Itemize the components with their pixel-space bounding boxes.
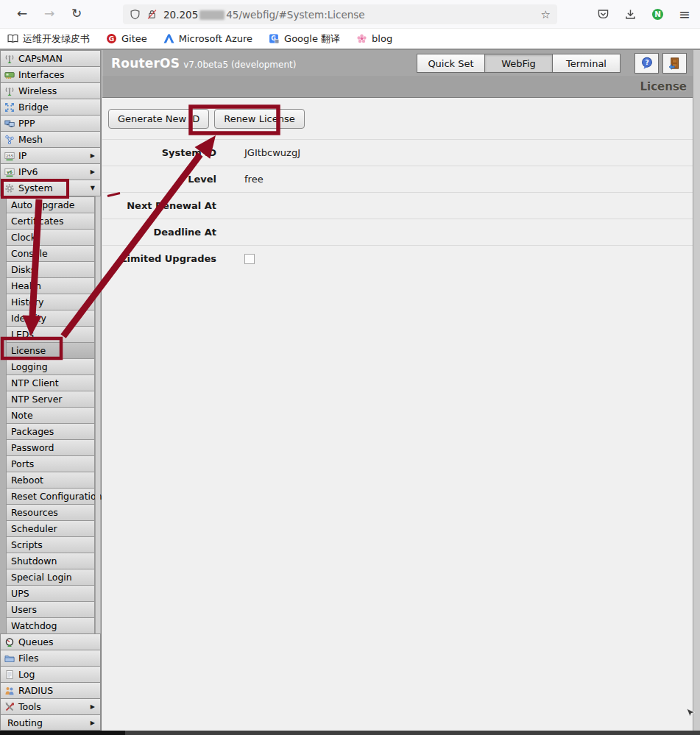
sidebar-item-label: Tools — [18, 701, 41, 712]
sidebar-subitem-console[interactable]: Console — [6, 245, 95, 261]
sidebar-subitem-reboot[interactable]: Reboot — [6, 472, 95, 488]
sidebar-subitem-license[interactable]: License — [6, 342, 95, 358]
sidebar-item-mesh[interactable]: Mesh — [0, 131, 101, 147]
sidebar-item-radius[interactable]: RADIUS — [0, 682, 101, 698]
browser-toolbar: ← → ↻ 20.20545/webfig/#System:License ☆ … — [0, 0, 700, 28]
sidebar-subitem-logging[interactable]: Logging — [6, 358, 95, 374]
sidebar-subitem-watchdog[interactable]: Watchdog — [6, 617, 95, 633]
bookmark-azure[interactable]: Microsoft Azure — [163, 33, 252, 44]
sidebar-subitem-packages[interactable]: Packages — [6, 423, 95, 439]
bookmark-label: 运维开发绿皮书 — [23, 32, 90, 46]
sidebar-item-routing[interactable]: Routing▶ — [0, 714, 101, 731]
field-label: System ID — [102, 147, 216, 158]
sidebar-item-label: Certificates — [11, 216, 63, 227]
sidebar-item-tools[interactable]: Tools▶ — [0, 698, 101, 714]
sidebar-subitem-reset-configuration[interactable]: Reset Configuration — [6, 488, 95, 504]
help-button[interactable] — [634, 53, 659, 74]
sidebar-subitem-scheduler[interactable]: Scheduler — [6, 520, 95, 536]
sidebar-subitem-auto-upgrade[interactable]: Auto Upgrade — [6, 196, 95, 213]
sidebar-item-log[interactable]: Log — [0, 666, 101, 682]
sidebar-item-label: Bridge — [18, 102, 49, 113]
form-row-next-renewal-at: Next Renewal At — [102, 192, 693, 219]
sidebar-item-label: Queues — [18, 636, 54, 647]
logout-button[interactable] — [662, 53, 687, 74]
sidebar-item-label: Note — [11, 410, 33, 421]
sidebar-item-label: Mesh — [18, 134, 43, 145]
shield-icon[interactable] — [130, 9, 141, 20]
sidebar-subitem-resources[interactable]: Resources — [6, 504, 95, 520]
sidebar-subitem-leds[interactable]: LEDs — [6, 326, 95, 342]
bridge-icon — [4, 102, 15, 113]
reload-button[interactable]: ↻ — [68, 6, 85, 21]
sidebar-subitem-certificates[interactable]: Certificates — [6, 213, 95, 229]
book-icon — [7, 33, 18, 44]
sidebar-item-ip[interactable]: IP▶ — [0, 147, 101, 163]
routeros-brand: RouterOSv7.0beta5 (development) — [111, 56, 296, 71]
menu-icon[interactable]: ≡ — [676, 6, 693, 22]
page-title-bar: License — [102, 76, 693, 98]
horizontal-scrollbar[interactable] — [0, 731, 700, 735]
renew-license-button[interactable]: Renew License — [214, 109, 304, 129]
sidebar-item-queues[interactable]: Queues — [0, 633, 101, 650]
limited-upgrades-checkbox[interactable] — [244, 254, 255, 264]
sidebar-subitem-ntp-client[interactable]: NTP Client — [6, 374, 95, 391]
bookmark-blog[interactable]: blog — [356, 33, 392, 44]
url-redacted-blur — [199, 10, 225, 20]
bookmark-label: Google 翻译 — [284, 32, 340, 46]
sidebar-subitem-users[interactable]: Users — [6, 601, 95, 617]
sidebar-subitem-password[interactable]: Password — [6, 439, 95, 455]
address-bar[interactable]: 20.20545/webfig/#System:License ☆ — [123, 4, 557, 24]
page-scrollbar[interactable] — [693, 50, 700, 735]
interface-card-icon — [4, 70, 15, 80]
pocket-icon[interactable] — [595, 6, 611, 22]
webfig-header: RouterOSv7.0beta5 (development) Quick Se… — [102, 50, 693, 76]
sidebar-item-label: Shutdown — [11, 555, 57, 567]
field-label: Level — [102, 174, 216, 185]
sidebar-item-interfaces[interactable]: Interfaces — [0, 66, 101, 82]
sidebar-subitem-scripts[interactable]: Scripts — [6, 536, 95, 553]
sidebar-subitem-history[interactable]: History — [6, 294, 95, 310]
sidebar-item-bridge[interactable]: Bridge — [0, 99, 101, 115]
bookmark-google-translate[interactable]: Google 翻译 — [269, 32, 340, 46]
sidebar-subitem-health[interactable]: Health — [6, 277, 95, 294]
sidebar-subitem-note[interactable]: Note — [6, 407, 95, 423]
field-label: Deadline At — [102, 227, 216, 238]
sidebar-item-capsman[interactable]: CAPsMAN — [0, 50, 101, 66]
bookmark-gitee[interactable]: Gitee — [106, 33, 147, 44]
insecure-lock-icon[interactable] — [146, 9, 158, 20]
sidebar-item-label: PPP — [18, 118, 35, 129]
sidebar-item-label: Packages — [11, 426, 54, 437]
sidebar-item-label: Resources — [11, 507, 58, 518]
sidebar-item-label: Reboot — [11, 475, 43, 486]
forward-button[interactable]: → — [40, 6, 58, 21]
submenu-scrollbar[interactable] — [95, 196, 100, 633]
extension-n-icon[interactable] — [649, 6, 665, 22]
sidebar-item-ppp[interactable]: PPP — [0, 115, 101, 131]
sidebar-subitem-identity[interactable]: Identity — [6, 310, 95, 326]
sidebar-item-system[interactable]: System▼ — [0, 180, 101, 196]
sidebar-item-files[interactable]: Files — [0, 650, 101, 666]
antenna-icon — [4, 86, 15, 96]
quick-set-button[interactable]: Quick Set — [417, 54, 485, 73]
sidebar-subitem-ups[interactable]: UPS — [6, 585, 95, 601]
sidebar-subitem-special-login[interactable]: Special Login — [6, 569, 95, 585]
webfig-tab-button[interactable]: WebFig — [484, 54, 553, 73]
sidebar-subitem-clock[interactable]: Clock — [6, 229, 95, 245]
sidebar-subitem-shutdown[interactable]: Shutdown — [6, 553, 95, 569]
bookmark-star-icon[interactable]: ☆ — [541, 8, 551, 21]
folder-icon — [4, 653, 15, 664]
sidebar-subitem-disks[interactable]: Disks — [6, 261, 95, 277]
terminal-button[interactable]: Terminal — [552, 54, 621, 73]
sidebar-subitem-ports[interactable]: Ports — [6, 455, 95, 472]
sidebar-item-label: NTP Server — [11, 394, 63, 405]
download-icon[interactable] — [622, 6, 638, 22]
sidebar-subitem-ntp-server[interactable]: NTP Server — [6, 391, 95, 407]
sidebar-item-wireless[interactable]: Wireless — [0, 82, 101, 99]
back-button[interactable]: ← — [13, 6, 31, 21]
chevron-down-icon: ▼ — [91, 185, 95, 191]
horizontal-scrollbar-thumb[interactable] — [0, 731, 125, 735]
bookmark-green-book[interactable]: 运维开发绿皮书 — [7, 32, 90, 46]
azure-icon — [163, 33, 174, 44]
sidebar-item-ipv6[interactable]: IPv6▶ — [0, 163, 101, 180]
generate-new-id-button[interactable]: Generate New ID — [108, 109, 209, 129]
